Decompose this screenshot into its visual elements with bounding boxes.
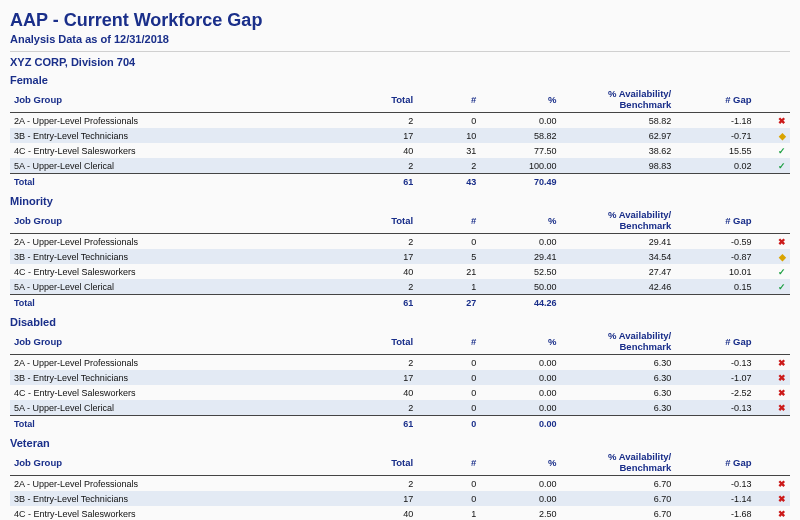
group-container: FemaleJob GroupTotal#%% Availability/ Be… [10,74,790,520]
total-cell: Total [10,174,354,190]
table-row: 5A - Upper-Level Clerical2150.0042.460.1… [10,279,790,295]
column-header: % Availability/ Benchmark [561,86,676,113]
total-cell [756,416,790,432]
column-header: Job Group [10,328,354,355]
cell: 40 [354,264,417,279]
cell: 50.00 [480,279,560,295]
group-table: Job GroupTotal#%% Availability/ Benchmar… [10,328,790,431]
cell: 0 [417,385,480,400]
column-header: % [480,86,560,113]
cell: -0.59 [675,234,755,250]
report-title: AAP - Current Workforce Gap [10,10,790,31]
cell: 1 [417,279,480,295]
total-cell [756,174,790,190]
cell: 34.54 [561,249,676,264]
column-header [756,207,790,234]
total-row: Total612744.26 [10,295,790,311]
cell: 6.30 [561,370,676,385]
x-icon: ✖ [756,113,790,129]
cell: 3B - Entry-Level Technicians [10,128,354,143]
cell: -1.18 [675,113,755,129]
column-header [756,449,790,476]
table-row: 3B - Entry-Level Technicians1700.006.70-… [10,491,790,506]
column-header: % [480,328,560,355]
cell: 6.70 [561,506,676,520]
cell: 4C - Entry-Level Salesworkers [10,264,354,279]
table-row: 2A - Upper-Level Professionals200.006.30… [10,355,790,371]
cell: 40 [354,143,417,158]
group-table: Job GroupTotal#%% Availability/ Benchmar… [10,449,790,520]
cell: 29.41 [480,249,560,264]
cell: -0.13 [675,355,755,371]
cell: 0 [417,355,480,371]
table-row: 3B - Entry-Level Technicians17529.4134.5… [10,249,790,264]
table-row: 3B - Entry-Level Technicians1700.006.30-… [10,370,790,385]
cell: 6.70 [561,491,676,506]
cell: 3B - Entry-Level Technicians [10,249,354,264]
cell: 98.83 [561,158,676,174]
total-cell: Total [10,295,354,311]
table-row: 4C - Entry-Level Salesworkers4000.006.30… [10,385,790,400]
total-cell: 0.00 [480,416,560,432]
cell: 0.00 [480,113,560,129]
cell: 2A - Upper-Level Professionals [10,113,354,129]
cell: -1.07 [675,370,755,385]
column-header: Total [354,449,417,476]
column-header [756,86,790,113]
total-cell [675,295,755,311]
x-icon: ✖ [756,385,790,400]
cell: 21 [417,264,480,279]
cell: 5A - Upper-Level Clerical [10,279,354,295]
table-row: 2A - Upper-Level Professionals200.0058.8… [10,113,790,129]
table-row: 2A - Upper-Level Professionals200.0029.4… [10,234,790,250]
cell: 0 [417,113,480,129]
cell: 0.00 [480,476,560,492]
group-heading: Veteran [10,437,790,449]
cell: 0.00 [480,370,560,385]
cell: -1.68 [675,506,755,520]
cell: 2 [354,113,417,129]
total-row: Total6100.00 [10,416,790,432]
column-header: % Availability/ Benchmark [561,207,676,234]
column-header: Total [354,86,417,113]
cell: 2A - Upper-Level Professionals [10,355,354,371]
cell: 2 [354,355,417,371]
x-icon: ✖ [756,234,790,250]
total-cell [675,174,755,190]
total-cell [561,295,676,311]
table-row: 4C - Entry-Level Salesworkers4012.506.70… [10,506,790,520]
column-header: # Gap [675,449,755,476]
cell: 6.30 [561,400,676,416]
cell: 2 [354,158,417,174]
cell: 1 [417,506,480,520]
group-heading: Minority [10,195,790,207]
cell: 58.82 [480,128,560,143]
column-header: Job Group [10,449,354,476]
total-cell [561,174,676,190]
cell: 2 [354,279,417,295]
cell: 0.00 [480,355,560,371]
column-header [756,328,790,355]
column-header: % [480,207,560,234]
column-header: Total [354,328,417,355]
cell: -0.13 [675,476,755,492]
cell: 0.00 [480,400,560,416]
table-row: 5A - Upper-Level Clerical200.006.30-0.13… [10,400,790,416]
table-row: 4C - Entry-Level Salesworkers403177.5038… [10,143,790,158]
cell: 0 [417,491,480,506]
table-row: 5A - Upper-Level Clerical22100.0098.830.… [10,158,790,174]
total-cell: 61 [354,174,417,190]
cell: 17 [354,128,417,143]
x-icon: ✖ [756,476,790,492]
report-subtitle: Analysis Data as of 12/31/2018 [10,33,790,45]
column-header: # [417,207,480,234]
cell: 38.62 [561,143,676,158]
cell: 0 [417,370,480,385]
cell: -0.13 [675,400,755,416]
group-heading: Female [10,74,790,86]
cell: 0 [417,400,480,416]
x-icon: ✖ [756,355,790,371]
cell: 6.30 [561,385,676,400]
cell: 31 [417,143,480,158]
diamond-icon: ◆ [756,128,790,143]
